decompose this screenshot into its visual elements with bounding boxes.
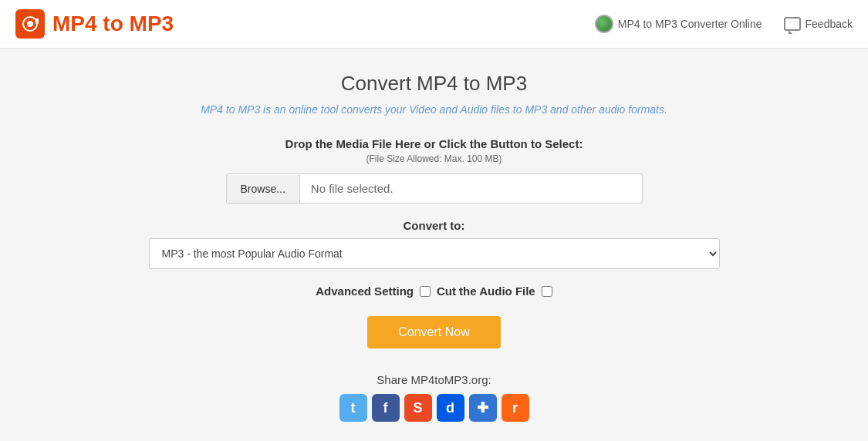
svg-rect-2 [35, 19, 39, 24]
logo-icon [15, 9, 45, 39]
share-section: Share MP4toMP3.org: t f S d ✚ r [339, 373, 529, 422]
no-file-text: No file selected. [300, 174, 642, 203]
feedback-icon [784, 17, 801, 31]
logo: MP4 to MP3 [15, 9, 174, 39]
page-title: Convert MP4 to MP3 [341, 72, 527, 96]
browse-button[interactable]: Browse... [227, 175, 300, 203]
svg-point-1 [27, 21, 33, 27]
globe-icon [595, 15, 613, 33]
main-content: Convert MP4 to MP3 MP4 to MP3 is an onli… [0, 49, 868, 441]
format-select[interactable]: MP3 - the most Popular Audio Format [149, 238, 720, 269]
header: MP4 to MP3 MP4 to MP3 Converter Online F… [0, 0, 868, 49]
feedback-link[interactable]: Feedback [784, 17, 853, 31]
advanced-row: Advanced Setting Cut the Audio File [316, 284, 552, 298]
feedback-label: Feedback [806, 18, 853, 30]
stumbleupon-button[interactable]: S [404, 394, 432, 422]
reddit-button[interactable]: r [502, 394, 529, 422]
delicious-button[interactable]: ✚ [469, 394, 497, 422]
cut-audio-checkbox[interactable] [542, 286, 552, 297]
social-icons: t f S d ✚ r [339, 394, 529, 422]
converter-link[interactable]: MP4 to MP3 Converter Online [595, 15, 762, 33]
convert-now-button[interactable]: Convert Now [367, 316, 500, 348]
cut-audio-label: Cut the Audio File [437, 284, 535, 298]
upload-label: Drop the Media File Here or Click the Bu… [285, 137, 583, 150]
file-input-row: Browse... No file selected. [226, 173, 643, 204]
logo-text: MP4 to MP3 [52, 12, 174, 36]
file-size-note: (File Size Allowed: Max. 100 MB) [366, 153, 502, 164]
advanced-setting-label: Advanced Setting [316, 284, 414, 298]
page-subtitle: MP4 to MP3 is an online tool converts yo… [201, 103, 667, 116]
advanced-setting-checkbox[interactable] [420, 286, 431, 297]
header-right: MP4 to MP3 Converter Online Feedback [595, 15, 853, 33]
share-label: Share MP4toMP3.org: [339, 373, 529, 386]
converter-link-text: MP4 to MP3 Converter Online [618, 18, 762, 30]
facebook-button[interactable]: f [372, 394, 400, 422]
convert-to-label: Convert to: [404, 219, 465, 232]
twitter-button[interactable]: t [339, 394, 367, 422]
digg-button[interactable]: d [437, 394, 464, 422]
